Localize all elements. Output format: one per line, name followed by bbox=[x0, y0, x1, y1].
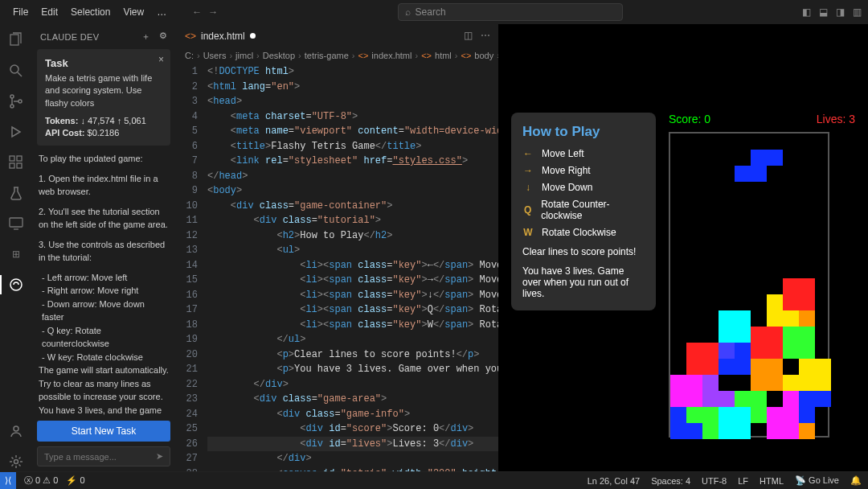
tetris-cell bbox=[783, 310, 799, 327]
breadcrumb-segment[interactable]: Desktop bbox=[263, 51, 295, 60]
split-editor-icon[interactable]: ◫ bbox=[464, 30, 473, 41]
more-actions-icon[interactable]: ⋯ bbox=[481, 30, 490, 41]
control-label: Move Right bbox=[542, 165, 591, 176]
indentation[interactable]: Spaces: 4 bbox=[651, 476, 690, 486]
tab-index-html[interactable]: <> index.html bbox=[175, 24, 265, 47]
nav-back-icon[interactable]: ← bbox=[192, 6, 202, 18]
html-file-icon: <> bbox=[185, 31, 196, 42]
svg-rect-6 bbox=[10, 163, 14, 168]
breadcrumb-segment[interactable]: index.html bbox=[371, 51, 411, 60]
chat-bullet: - Q key: Rotate counterclockwise bbox=[42, 324, 169, 351]
tetris-cell bbox=[686, 423, 702, 439]
explorer-icon[interactable] bbox=[6, 31, 26, 50]
settings-icon[interactable]: ⚙ bbox=[159, 31, 167, 43]
accounts-icon[interactable] bbox=[6, 421, 26, 441]
dirty-indicator-icon bbox=[250, 33, 256, 39]
tetris-cell bbox=[735, 166, 751, 182]
editor-pane: <> index.html ◫ ⋯ C:›Users›jimcl›Desktop… bbox=[175, 24, 498, 471]
editor-tabs: <> index.html ◫ ⋯ bbox=[175, 24, 498, 47]
command-center-search[interactable]: ⌕ Search bbox=[398, 3, 623, 21]
svg-rect-9 bbox=[10, 218, 23, 227]
tetris-cell bbox=[815, 375, 831, 391]
sidebar-panel: CLAUDE DEV ＋ ⚙ × Task Make a tetris game… bbox=[32, 24, 175, 471]
nav-arrows: ← → bbox=[192, 6, 218, 18]
tokens-meta: Tokens: ↓ 47,574 ↑ 5,061 bbox=[45, 116, 162, 125]
search-placeholder: Search bbox=[416, 6, 446, 18]
tetris-cell bbox=[783, 375, 799, 391]
breadcrumb-segment[interactable]: Users bbox=[203, 51, 227, 60]
run-debug-icon[interactable] bbox=[6, 122, 26, 142]
start-new-task-button[interactable]: Start New Task bbox=[37, 421, 170, 442]
language-mode[interactable]: HTML bbox=[760, 476, 784, 486]
code-editor[interactable]: 1234567891011121314151617181920212223242… bbox=[175, 64, 498, 471]
sidebar-header: CLAUDE DEV ＋ ⚙ bbox=[37, 27, 170, 49]
source-control-icon[interactable] bbox=[6, 92, 26, 111]
message-input[interactable]: Type a message... ➤ bbox=[37, 446, 170, 466]
tetris-cell bbox=[670, 391, 686, 407]
tetris-cell bbox=[719, 391, 735, 407]
extensions-icon[interactable] bbox=[6, 153, 26, 172]
breadcrumbs[interactable]: C:›Users›jimcl›Desktop›tetris-game›<> in… bbox=[175, 47, 498, 64]
tetris-cell bbox=[702, 359, 719, 375]
key-icon: ↓ bbox=[522, 182, 534, 193]
tetris-cell bbox=[799, 423, 815, 439]
tetris-cell bbox=[702, 343, 719, 359]
tetris-cell bbox=[751, 343, 767, 359]
key-icon: ← bbox=[522, 148, 534, 159]
customize-layout-icon[interactable]: ▥ bbox=[853, 6, 862, 18]
cursor-position[interactable]: Ln 26, Col 47 bbox=[588, 476, 640, 486]
new-task-plus-icon[interactable]: ＋ bbox=[141, 31, 150, 43]
menu-edit[interactable]: Edit bbox=[35, 3, 64, 21]
sidebar-title: CLAUDE DEV bbox=[40, 32, 99, 42]
toggle-panel-icon[interactable]: ⬓ bbox=[819, 6, 828, 18]
toggle-secondary-sidebar-icon[interactable]: ◨ bbox=[836, 6, 845, 18]
title-bar: FileEditSelectionView… ← → ⌕ Search ◧ ⬓ … bbox=[0, 0, 868, 24]
tetris-cell bbox=[719, 359, 735, 375]
tetris-cell bbox=[751, 375, 767, 391]
tetris-cell bbox=[735, 407, 751, 423]
send-icon[interactable]: ➤ bbox=[156, 451, 163, 462]
code-content[interactable]: <!DOCTYPE html><html lang="en"><head> <m… bbox=[207, 64, 498, 471]
tetris-cell bbox=[783, 407, 799, 423]
tetris-cell bbox=[702, 407, 719, 423]
tetris-cell bbox=[767, 310, 783, 327]
menu-selection[interactable]: Selection bbox=[64, 3, 117, 21]
control-row: ←Move Left bbox=[522, 148, 645, 159]
breadcrumb-segment[interactable]: jimcl bbox=[235, 51, 253, 60]
encoding[interactable]: UTF-8 bbox=[702, 476, 727, 486]
tetris-cell bbox=[783, 423, 799, 439]
breadcrumb-segment[interactable]: C: bbox=[185, 51, 194, 60]
tetris-cell bbox=[767, 150, 783, 166]
breadcrumb-segment[interactable]: tetris-game bbox=[305, 51, 349, 60]
tetris-cell bbox=[799, 375, 815, 391]
remote-indicator-icon[interactable]: ⟩⟨ bbox=[0, 472, 16, 490]
notifications-icon[interactable]: 🔔 bbox=[850, 475, 862, 486]
ports-indicator[interactable]: ⚡ 0 bbox=[66, 475, 84, 486]
eol[interactable]: LF bbox=[738, 476, 748, 486]
nav-forward-icon[interactable]: → bbox=[208, 6, 218, 18]
tetris-cell bbox=[767, 423, 783, 439]
menu-view[interactable]: View bbox=[117, 3, 150, 21]
breadcrumb-segment[interactable]: html bbox=[435, 51, 452, 60]
tetris-cell bbox=[815, 359, 831, 375]
claude-dev-icon[interactable] bbox=[6, 275, 26, 294]
menu-file[interactable]: File bbox=[6, 3, 35, 21]
settings-gear-icon[interactable] bbox=[6, 452, 26, 471]
tetris-cell bbox=[799, 327, 815, 343]
close-icon[interactable]: × bbox=[158, 54, 164, 65]
tetris-cell bbox=[767, 375, 783, 391]
breadcrumb-segment[interactable]: body bbox=[474, 51, 493, 60]
task-description: Make a tetris game with life and scoring… bbox=[45, 72, 162, 109]
tetris-cell bbox=[686, 343, 702, 359]
activity-search-icon[interactable] bbox=[6, 61, 26, 80]
testing-icon[interactable] bbox=[6, 183, 26, 203]
chat-bullet: - Right arrow: Move right bbox=[42, 284, 169, 298]
ext-icon-1[interactable]: ⊞ bbox=[6, 244, 26, 264]
menu-…[interactable]: … bbox=[150, 3, 173, 21]
toggle-primary-sidebar-icon[interactable]: ◧ bbox=[802, 6, 811, 18]
go-live-button[interactable]: 📡 Go Live bbox=[795, 475, 839, 486]
tetris-cell bbox=[686, 359, 702, 375]
problems-indicator[interactable]: ⓧ 0 ⚠ 0 bbox=[24, 475, 58, 487]
remote-explorer-icon[interactable] bbox=[6, 214, 26, 233]
tetris-board[interactable] bbox=[669, 132, 829, 438]
